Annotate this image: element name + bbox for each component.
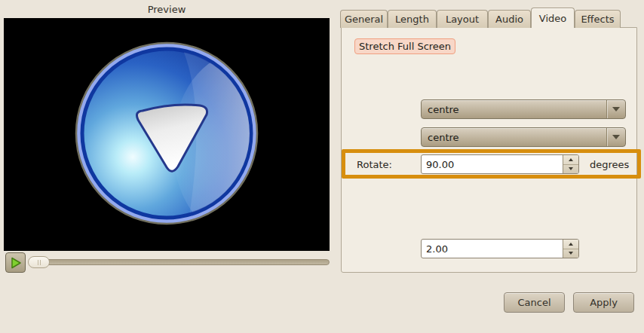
cancel-button[interactable]: Cancel xyxy=(504,292,565,313)
horizontal-align-value: centre xyxy=(422,104,606,115)
clip-properties-window: { "preview": { "title": "Preview" }, "pl… xyxy=(0,0,644,333)
openshot-logo-rotated xyxy=(4,18,330,251)
rotate-input[interactable] xyxy=(422,155,563,173)
slider-grip-icon xyxy=(38,260,38,265)
video-preview-canvas xyxy=(4,18,330,251)
play-button[interactable] xyxy=(5,252,26,273)
spin-up-button[interactable] xyxy=(563,155,578,165)
spin-down-button[interactable] xyxy=(563,249,578,258)
rotate-label: Rotate: xyxy=(357,159,392,170)
rotate-unit-label: degrees xyxy=(590,159,629,170)
play-icon xyxy=(9,256,23,270)
spin-down-button[interactable] xyxy=(563,165,578,174)
rotate-spinbox[interactable] xyxy=(421,154,579,174)
tab-audio[interactable]: Audio xyxy=(488,10,531,28)
spin-up-button[interactable] xyxy=(563,240,578,249)
triangle-down-icon xyxy=(569,252,573,255)
triangle-down-icon xyxy=(569,167,573,170)
stretch-full-screen-label[interactable]: Stretch Full Screen xyxy=(354,38,455,54)
apply-button[interactable]: Apply xyxy=(573,292,634,313)
fade-length-input[interactable] xyxy=(422,240,563,258)
fade-length-spin-buttons[interactable] xyxy=(563,240,578,258)
chevron-down-icon xyxy=(612,107,620,112)
vertical-align-dropdown[interactable]: centre xyxy=(421,127,626,147)
tab-video[interactable]: Video xyxy=(531,8,575,28)
fade-length-spinbox[interactable] xyxy=(421,239,579,258)
seek-slider-handle[interactable] xyxy=(28,256,50,268)
triangle-up-icon xyxy=(569,243,573,246)
tab-layout[interactable]: Layout xyxy=(437,10,488,28)
video-tab-panel xyxy=(341,27,637,273)
slider-grip-icon xyxy=(40,260,41,265)
tab-length[interactable]: Length xyxy=(388,10,437,28)
chevron-down-icon xyxy=(612,135,620,139)
horizontal-align-dropdown[interactable]: centre xyxy=(421,99,626,119)
rotate-spin-buttons[interactable] xyxy=(563,155,578,173)
preview-pane-title: Preview xyxy=(4,4,330,15)
triangle-up-icon xyxy=(569,158,573,161)
tab-general[interactable]: General xyxy=(340,10,388,28)
vertical-align-value: centre xyxy=(422,132,606,143)
tab-effects[interactable]: Effects xyxy=(575,10,621,28)
seek-slider-track[interactable] xyxy=(32,259,330,265)
